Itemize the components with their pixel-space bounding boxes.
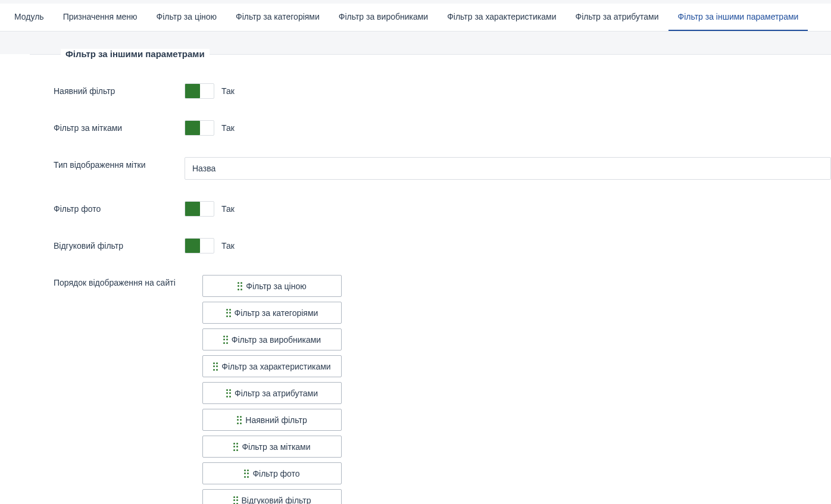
sort-item-4[interactable]: Фільтр за атрибутами <box>202 382 342 404</box>
label-tags-filter: Фільтр за мітками <box>54 120 185 134</box>
sort-item-label: Фільтр за виробниками <box>232 335 321 345</box>
settings-tabs: МодульПризначення менюФільтр за ціноюФіл… <box>0 4 831 32</box>
toggle-review-filter[interactable] <box>185 238 214 253</box>
sort-item-label: Наявний фільтр <box>245 415 307 425</box>
label-tag-display-type: Тип відображення мітки <box>54 157 185 171</box>
sort-item-0[interactable]: Фільтр за ціною <box>202 275 342 297</box>
toggle-available-filter[interactable] <box>185 83 214 99</box>
tab-panel-other-params: Фільтр за іншими параметрами Наявний філ… <box>0 54 831 504</box>
drag-handle-icon <box>233 496 238 505</box>
drag-handle-icon <box>213 362 218 371</box>
drag-handle-icon <box>244 469 249 478</box>
sort-item-6[interactable]: Фільтр за мітками <box>202 436 342 458</box>
sort-item-label: Фільтр за ціною <box>246 281 306 291</box>
drag-handle-icon <box>238 282 242 290</box>
tab-7[interactable]: Фільтр за іншими параметрами <box>668 4 808 31</box>
label-photo-filter: Фільтр фото <box>54 201 185 215</box>
row-review-filter: Відгуковий фільтр Так <box>30 233 831 270</box>
toggle-state-available: Так <box>221 86 235 96</box>
fieldset-legend: Фільтр за іншими параметрами <box>61 49 210 59</box>
sort-item-2[interactable]: Фільтр за виробниками <box>202 328 342 350</box>
row-photo-filter: Фільтр фото Так <box>30 196 831 233</box>
sort-item-label: Фільтр за мітками <box>242 442 310 452</box>
tab-4[interactable]: Фільтр за виробниками <box>329 4 438 31</box>
toggle-state-tags: Так <box>221 123 235 133</box>
toggle-tags-filter[interactable] <box>185 120 214 136</box>
row-available-filter: Наявний фільтр Так <box>30 79 831 115</box>
sort-item-label: Фільтр за категоріями <box>235 308 318 318</box>
toggle-state-review: Так <box>221 241 235 251</box>
toggle-state-photo: Так <box>221 204 235 214</box>
label-available-filter: Наявний фільтр <box>54 83 185 98</box>
tab-6[interactable]: Фільтр за атрибутами <box>566 4 668 31</box>
sort-item-label: Фільтр за характеристиками <box>221 362 330 371</box>
sort-item-label: Фільтр за атрибутами <box>235 389 318 398</box>
drag-handle-icon <box>223 336 228 344</box>
tab-1[interactable]: Призначення меню <box>54 4 147 31</box>
row-tags-filter: Фільтр за мітками Так <box>30 115 831 152</box>
tab-0[interactable]: Модуль <box>5 4 54 31</box>
select-tag-display-type[interactable]: Назва <box>185 157 831 180</box>
sort-item-7[interactable]: Фільтр фото <box>202 462 342 484</box>
fieldset-other-params: Фільтр за іншими параметрами Наявний філ… <box>30 54 831 504</box>
sort-item-label: Фільтр фото <box>252 469 299 478</box>
drag-handle-icon <box>237 416 242 424</box>
drag-handle-icon <box>226 309 231 317</box>
sort-item-5[interactable]: Наявний фільтр <box>202 409 342 431</box>
label-sort-order: Порядок відображення на сайті <box>54 275 185 289</box>
drag-handle-icon <box>233 443 238 451</box>
sort-item-label: Відгуковий фільтр <box>242 496 311 505</box>
row-sort-order: Порядок відображення на сайті Фільтр за … <box>30 270 831 504</box>
sort-item-8[interactable]: Відгуковий фільтр <box>202 489 342 504</box>
tab-3[interactable]: Фільтр за категоріями <box>226 4 329 31</box>
tab-2[interactable]: Фільтр за ціною <box>147 4 226 31</box>
tab-5[interactable]: Фільтр за характеристиками <box>438 4 566 31</box>
row-tag-display-type: Тип відображення мітки Назва <box>30 152 831 196</box>
label-review-filter: Відгуковий фільтр <box>54 238 185 252</box>
drag-handle-icon <box>226 389 231 397</box>
sort-item-1[interactable]: Фільтр за категоріями <box>202 302 342 324</box>
sort-order-list: Фільтр за ціноюФільтр за категоріямиФіль… <box>202 275 342 504</box>
sort-item-3[interactable]: Фільтр за характеристиками <box>202 355 342 377</box>
admin-filter-settings-page: МодульПризначення менюФільтр за ціноюФіл… <box>0 4 831 504</box>
toggle-photo-filter[interactable] <box>185 201 214 217</box>
